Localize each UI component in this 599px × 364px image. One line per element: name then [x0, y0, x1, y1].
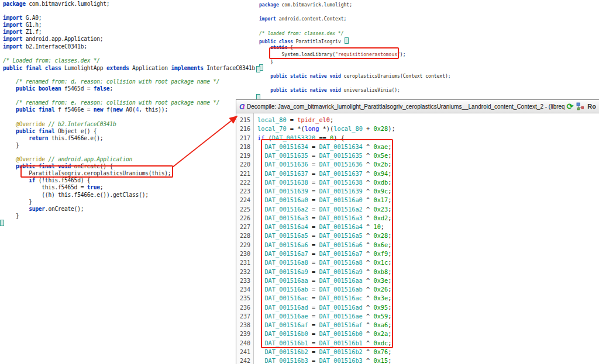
- code-line: import G.A0;: [3, 15, 263, 22]
- decompiler-cf-icon: Cf: [239, 102, 245, 111]
- line-number: 215: [236, 116, 253, 124]
- line-number: 238: [236, 321, 253, 330]
- code-line: public static native void universalizeVi…: [259, 87, 451, 94]
- code-line: import android.content.Context;: [259, 16, 451, 23]
- clipped-toolbar-button[interactable]: Ro: [587, 103, 596, 110]
- code-line: public final class LumolightApp extends …: [3, 64, 263, 71]
- brace-marker: [345, 37, 349, 44]
- line-number: 231: [236, 258, 253, 267]
- line-number: 242: [236, 356, 253, 364]
- code-line: package com.bitmavrick.lumolight;: [259, 2, 451, 9]
- brace-marker: [256, 66, 260, 72]
- code-line: public class ParatitlaIsogriv: [259, 37, 451, 44]
- code-line: [259, 9, 451, 16]
- code-line: [3, 8, 263, 15]
- line-number: 234: [236, 285, 253, 294]
- code-line: this.f5465d = true;: [3, 184, 263, 191]
- code-line: [0, 220, 263, 227]
- code-line: @Override // b2.InterfaceC0341b: [3, 121, 263, 128]
- code-line: [3, 114, 263, 121]
- code-line: public boolean f5465d = false;: [3, 85, 263, 92]
- code-line: /* renamed from: e, reason: collision wi…: [3, 99, 263, 106]
- line-number: 222: [236, 178, 253, 187]
- annotation-box-loadlibrary: [269, 47, 399, 59]
- line-number: 218: [236, 143, 253, 151]
- line-number: 220: [236, 160, 253, 169]
- line-number: 223: [236, 187, 253, 196]
- code-line: [3, 149, 263, 156]
- code-line: import android.app.Application;: [3, 36, 263, 43]
- code-line: /* renamed from: d, reason: collision wi…: [3, 78, 263, 85]
- code-line: import Z1.f;: [3, 29, 263, 36]
- code-line: super.onCreate();: [3, 206, 263, 213]
- code-line: local_70 = *(long *)(local_80 + 0x28);: [257, 124, 395, 133]
- line-number: 219: [236, 151, 253, 160]
- code-line: DAT_001516b3 = DAT_001516b3 ^ 0x15;: [257, 356, 395, 364]
- code-line: [3, 71, 263, 78]
- line-number: 221: [236, 169, 253, 178]
- code-line: public final Object e() {: [3, 128, 263, 135]
- refresh-icon[interactable]: ⟳: [567, 102, 574, 110]
- line-number: 216: [236, 124, 253, 133]
- line-number: 225: [236, 205, 253, 214]
- jadx-source-panel-lumolightapp[interactable]: package com.bitmavrick.lumolight; import…: [3, 1, 263, 227]
- line-number: 228: [236, 231, 253, 240]
- code-line: [259, 23, 451, 30]
- code-line: return this.f5466e.e();: [3, 135, 263, 142]
- line-number: 236: [236, 303, 253, 312]
- code-line: }: [3, 142, 263, 149]
- line-number: 241: [236, 348, 253, 356]
- code-line: import G1.h;: [3, 22, 263, 29]
- line-number: 226: [236, 214, 253, 223]
- code-line: /* Loaded from: classes.dex */: [3, 57, 263, 64]
- code-line: public final f f5466e = new f(new A0(4, …: [3, 106, 263, 113]
- line-number: 230: [236, 249, 253, 258]
- code-line: local_80 = tpidr_el0;: [257, 116, 395, 124]
- code-line: [3, 92, 263, 99]
- line-number: 233: [236, 276, 253, 285]
- code-line: }: [3, 213, 263, 220]
- line-number: 217: [236, 134, 253, 143]
- decompiler-title: Decompile: Java_com_bitmavrick_lumolight…: [247, 103, 564, 110]
- brace-marker: [0, 220, 4, 226]
- line-number: 232: [236, 268, 253, 276]
- line-number: 237: [236, 312, 253, 321]
- code-line: import b2.InterfaceC0341b;: [3, 43, 263, 50]
- line-number: 227: [236, 223, 253, 231]
- code-line: @Override // android.app.Application: [3, 156, 263, 163]
- code-line: [3, 50, 263, 57]
- call-graph-icon[interactable]: [576, 102, 584, 110]
- code-line: /* loaded from: classes.dex */: [259, 30, 451, 37]
- line-number: 239: [236, 330, 253, 338]
- code-line: public static native void ceroplasticsUr…: [259, 73, 451, 80]
- annotation-box-oncreate-call: [20, 165, 173, 178]
- code-line: }: [3, 199, 263, 206]
- code-line: package com.bitmavrick.lumolight;: [3, 1, 263, 8]
- code-line: }: [259, 59, 451, 66]
- line-number-gutter: 2152162172182192202212222232242252262272…: [236, 113, 254, 364]
- line-number: 235: [236, 294, 253, 303]
- annotation-box-xor-block: [261, 139, 393, 348]
- code-line: [259, 80, 451, 87]
- code-line: [256, 66, 451, 73]
- decompiler-title-bar[interactable]: Cf Decompile: Java_com_bitmavrick_lumoli…: [236, 100, 599, 113]
- line-number: 224: [236, 196, 253, 204]
- code-line: if (!this.f5465d) {: [3, 177, 263, 184]
- code-line: ((h) this.f5466e.e()).getClass();: [3, 192, 263, 199]
- reverse-engineering-workspace: { "annotations": { "box_color": "#ec2315…: [0, 0, 599, 364]
- code-line: DAT_001516b2 = DAT_001516b2 ^ 0x76;: [257, 348, 395, 356]
- line-number: 229: [236, 241, 253, 249]
- line-number: 240: [236, 339, 253, 348]
